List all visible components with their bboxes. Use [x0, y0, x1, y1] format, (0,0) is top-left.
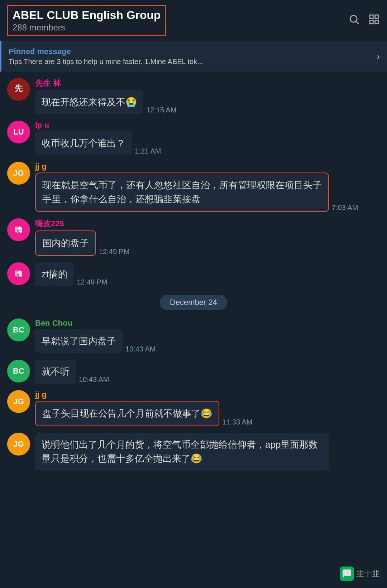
svg-line-1	[356, 21, 359, 24]
header-info: ABEL CLUB English Group 288 members	[7, 5, 348, 36]
message-sender: lp u	[35, 121, 380, 130]
header-title-box: ABEL CLUB English Group 288 members	[7, 5, 166, 36]
message-bubble: 早就说了国内盘子	[35, 329, 123, 353]
message-content: zt搞的 12:49 PM	[35, 262, 380, 286]
wechat-icon	[340, 567, 354, 581]
message-content: 就不听 10:43 AM	[35, 360, 380, 384]
avatar: 先	[7, 78, 30, 101]
message-bubble: 盘子头目现在公告几个月前就不做事了😂	[35, 401, 219, 426]
message-bubble: 就不听	[35, 360, 76, 384]
bubble-row: 现在开怒还来得及不😭 12:15 AM	[35, 90, 380, 114]
message-content: Ben Chou 早就说了国内盘子 10:43 AM	[35, 319, 380, 353]
svg-rect-3	[375, 15, 378, 18]
message-text: 现在开怒还来得及不😭	[42, 97, 137, 107]
message-text: 说明他们出了几个月的货，将空气币全部抛给信仰者，app里面那数量只是积分，也需十…	[42, 439, 318, 464]
bubble-row: zt搞的 12:49 PM	[35, 262, 380, 286]
avatar: JG	[7, 433, 30, 456]
message-sender: jj g	[35, 390, 380, 399]
message-group: 先 先生 林 现在开怒还来得及不😭 12:15 AM	[7, 78, 380, 114]
message-text: 现在就是空气币了，还有人忽悠社区自治，所有管理权限在项目头子手里，你拿什么自治，…	[42, 180, 322, 204]
avatar: 嗨	[7, 262, 30, 285]
message-text: 盘子头目现在公告几个月前就不做事了😂	[42, 408, 212, 419]
message-time: 12:15 AM	[146, 106, 177, 114]
layout-icon[interactable]	[368, 14, 380, 28]
message-bubble: 现在开怒还来得及不😭	[35, 90, 143, 114]
avatar: JG	[7, 162, 30, 185]
date-badge: December 24	[160, 295, 227, 310]
message-text: zt搞的	[42, 269, 67, 280]
message-time: 12:49 PM	[99, 248, 130, 256]
avatar: BC	[7, 360, 30, 383]
message-time: 12:49 PM	[77, 278, 108, 286]
message-bubble: 说明他们出了几个月的货，将空气币全部抛给信仰者，app里面那数量只是积分，也需十…	[35, 433, 329, 471]
bubble-row: 国内的盘子 12:49 PM	[35, 230, 380, 256]
message-bubble: 国内的盘子	[35, 230, 96, 256]
message-time: 7:03 AM	[332, 204, 358, 212]
header: ABEL CLUB English Group 288 members	[0, 0, 387, 41]
bubble-row: 收币收几万个谁出？ 1:21 AM	[35, 131, 380, 155]
svg-text:先: 先	[14, 84, 23, 93]
message-content: 说明他们出了几个月的货，将空气币全部抛给信仰者，app里面那数量只是积分，也需十…	[35, 433, 380, 471]
message-group: BC Ben Chou 早就说了国内盘子 10:43 AM	[7, 319, 380, 353]
bubble-row: 就不听 10:43 AM	[35, 360, 380, 384]
message-time: 10:43 AM	[125, 345, 156, 353]
message-content: 先生 林 现在开怒还来得及不😭 12:15 AM	[35, 78, 380, 114]
pinned-text: Tips There are 3 tips to help u mine fas…	[9, 58, 203, 66]
message-group: JG jj g 现在就是空气币了，还有人忽悠社区自治，所有管理权限在项目头子手里…	[7, 162, 380, 212]
message-group: LU lp u 收币收几万个谁出？ 1:21 AM	[7, 121, 380, 155]
bubble-row: 早就说了国内盘子 10:43 AM	[35, 329, 380, 353]
message-content: jj g 现在就是空气币了，还有人忽悠社区自治，所有管理权限在项目头子手里，你拿…	[35, 162, 380, 212]
message-sender: jj g	[35, 162, 380, 171]
message-bubble: 现在就是空气币了，还有人忽悠社区自治，所有管理权限在项目头子手里，你拿什么自治，…	[35, 172, 329, 212]
avatar: LU	[7, 121, 30, 144]
message-group: 嗨 zt搞的 12:49 PM	[7, 262, 380, 286]
chat-area: 先 先生 林 现在开怒还来得及不😭 12:15 AM LU lp u 收币收几万…	[0, 74, 387, 481]
message-sender: Ben Chou	[35, 319, 380, 328]
svg-rect-2	[370, 15, 373, 18]
avatar: BC	[7, 319, 30, 341]
message-bubble: 收币收几万个谁出？	[35, 131, 132, 155]
header-icons	[348, 14, 380, 28]
message-sender: 嗨皮225	[35, 218, 380, 229]
svg-rect-4	[370, 20, 373, 23]
message-time: 1:21 AM	[135, 147, 161, 155]
message-group: 嗨 嗨皮225 国内的盘子 12:49 PM	[7, 218, 380, 256]
svg-point-0	[350, 15, 357, 22]
message-content: jj g 盘子头目现在公告几个月前就不做事了😂 11:33 AM	[35, 390, 380, 426]
message-time: 10:43 AM	[79, 375, 109, 384]
bubble-row: 盘子头目现在公告几个月前就不做事了😂 11:33 AM	[35, 401, 380, 426]
message-text: 国内的盘子	[42, 238, 89, 248]
member-count: 288 members	[13, 23, 161, 33]
group-title: ABEL CLUB English Group	[13, 8, 161, 22]
message-text: 收币收几万个谁出？	[42, 138, 125, 149]
watermark-text: 韭十韭	[356, 568, 380, 579]
message-bubble: zt搞的	[35, 262, 74, 286]
svg-rect-5	[375, 20, 378, 23]
pinned-arrow-icon[interactable]: ›	[377, 51, 380, 62]
date-separator: December 24	[7, 295, 380, 310]
bubble-row: 现在就是空气币了，还有人忽悠社区自治，所有管理权限在项目头子手里，你拿什么自治，…	[35, 172, 380, 212]
avatar: JG	[7, 390, 30, 413]
message-text: 就不听	[42, 366, 70, 377]
message-sender: 先生 林	[35, 78, 380, 89]
pinned-message-bar[interactable]: Pinned message Tips There are 3 tips to …	[0, 41, 387, 72]
message-content: 嗨皮225 国内的盘子 12:49 PM	[35, 218, 380, 256]
message-group: JG 说明他们出了几个月的货，将空气币全部抛给信仰者，app里面那数量只是积分，…	[7, 433, 380, 471]
watermark: 韭十韭	[340, 567, 380, 581]
message-text: 早就说了国内盘子	[42, 336, 116, 346]
message-time: 11:33 AM	[222, 418, 253, 426]
search-icon[interactable]	[348, 14, 360, 28]
message-content: lp u 收币收几万个谁出？ 1:21 AM	[35, 121, 380, 155]
avatar: 嗨	[7, 218, 30, 241]
pinned-content: Pinned message Tips There are 3 tips to …	[9, 47, 203, 66]
message-group: BC 就不听 10:43 AM	[7, 360, 380, 384]
pinned-label: Pinned message	[9, 47, 203, 56]
bubble-row: 说明他们出了几个月的货，将空气币全部抛给信仰者，app里面那数量只是积分，也需十…	[35, 433, 380, 471]
message-group: JG jj g 盘子头目现在公告几个月前就不做事了😂 11:33 AM	[7, 390, 380, 426]
